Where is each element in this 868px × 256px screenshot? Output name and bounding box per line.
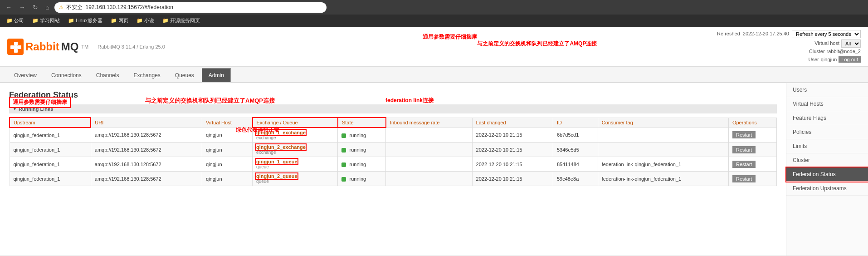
cell-consumer-tag: federation-link-qingjun_federation_1 [598,172,728,186]
bookmark-webpage[interactable]: 📁 网页 [108,16,131,25]
bookmark-label: 开源服务网页 [170,17,200,24]
table-row: qingjun_federation_1 amqp://192.168.130.… [10,157,777,172]
user-value: qingjun [821,56,837,64]
cell-state: running [338,172,386,186]
exchange-queue-name: qingjun_1_queue [256,159,297,164]
folder-icon: 📁 [68,18,74,24]
bookmark-label: 学习网站 [40,17,60,24]
state-text: running [350,147,366,153]
nav-exchanges[interactable]: Exchanges [127,68,167,82]
erlang-text: Erlang 25.0 [140,44,165,49]
nav-connections[interactable]: Connections [44,68,88,82]
bookmark-learning[interactable]: 📁 学习网站 [29,16,63,25]
table-wrapper: 通用参数需要仔细揣摩 与之前定义的交换机和队列已经建立了AMQP连接 绿色代表连… [9,117,777,186]
annotation-param-bubble: 通用参数需要仔细揣摩 [9,97,71,108]
status-dot-icon [341,133,346,138]
sidebar-item-virtual-hosts[interactable]: Virtual Hosts [786,97,868,111]
cell-uri: amqp://192.168.130.128:5672 [91,128,202,143]
restart-button[interactable]: Restart [732,146,756,153]
refreshed-label: Refreshed [717,30,740,38]
sidebar-item-cluster[interactable]: Cluster [786,153,868,167]
cell-vhost: qingjun [202,172,253,186]
sidebar-item-policies[interactable]: Policies [786,125,868,139]
sidebar-item-users[interactable]: Users [786,83,868,97]
nav-back-button[interactable]: ← [4,3,14,12]
nav-queues[interactable]: Queues [168,68,201,82]
cell-id: 85411484 [553,157,598,172]
folder-icon: 📁 [137,18,143,24]
vhost-area: Virtual host All [717,39,861,48]
running-links-section[interactable]: ▼ Running Links [9,104,777,113]
sidebar-item-federation-status[interactable]: Federation Status [786,167,868,182]
cell-operations: Restart [728,128,776,143]
exchange-queue-type: exchange [256,135,334,140]
status-dot-icon [341,162,346,167]
cell-exchange-queue: qingjun_2_exchange exchange [253,143,338,157]
restart-button[interactable]: Restart [732,175,756,182]
cell-uri: amqp://192.168.130.128:5672 [91,157,202,172]
cell-vhost: qingjun [202,143,253,157]
th-consumer-tag: Consumer tag [598,118,728,128]
logo-area: Rabbit MQ TM RabbitMQ 3.11.4 / Erlang 25… [7,39,165,55]
cell-upstream: qingjun_federation_1 [10,172,91,186]
cell-state: running [338,128,386,143]
nav-admin[interactable]: Admin [202,68,231,82]
th-last-changed: Last changed [472,118,553,128]
nav-reload-button[interactable]: ↻ [31,3,40,12]
svg-rect-5 [14,45,18,49]
cell-last-changed: 2022-12-20 10:21:15 [472,157,553,172]
user-area: User qingjun Log out [717,56,861,64]
restart-button[interactable]: Restart [732,161,756,168]
cluster-area: Cluster rabbit@node_2 [717,48,861,56]
sidebar-item-federation-upstreams[interactable]: Federation Upstreams [786,182,868,196]
logo-tm: TM [81,44,88,49]
user-label: User [809,56,819,64]
bookmark-label: 网页 [118,17,128,24]
cell-inbound [386,143,472,157]
cell-upstream: qingjun_federation_1 [10,143,91,157]
folder-icon: 📁 [111,18,117,24]
version-info: RabbitMQ 3.11.4 / Erlang 25.0 [98,44,165,49]
vhost-select[interactable]: All [841,39,861,48]
sidebar-item-limits[interactable]: Limits [786,139,868,153]
refreshed-time: 2022-12-20 17:25:40 [743,30,789,38]
table-row: qingjun_federation_1 amqp://192.168.130.… [10,143,777,157]
refresh-select[interactable]: Refresh every 5 seconds Every 10 seconds… [792,30,861,38]
cell-exchange-queue: qingjun_1_queue queue [253,157,338,172]
url-bar[interactable]: ⚠ 不安全 192.168.130.129:15672/#/federation [54,2,327,13]
bookmark-novel[interactable]: 📁 小说 [134,16,157,25]
nav-home-button[interactable]: ⌂ [44,3,51,12]
cell-operations: Restart [728,157,776,172]
logout-button[interactable]: Log out [839,56,861,63]
bookmark-opensource[interactable]: 📁 开源服务网页 [160,16,203,25]
cell-last-changed: 2022-12-20 10:21:15 [472,143,553,157]
restart-button[interactable]: Restart [732,131,756,138]
cell-last-changed: 2022-12-20 10:21:15 [472,128,553,143]
th-state: State [338,118,386,128]
logo-icon [7,39,24,55]
cell-id: 6b7d5cd1 [553,128,598,143]
bookmark-company[interactable]: 📁 公司 [4,16,27,25]
cluster-value: rabbit@node_2 [827,48,861,56]
version-text: RabbitMQ 3.11.4 [98,44,135,49]
cell-operations: Restart [728,172,776,186]
nav-overview[interactable]: Overview [7,68,44,82]
sidebar: Users Virtual Hosts Feature Flags Polici… [786,83,868,256]
svg-rect-4 [14,49,18,53]
vhost-label: Virtual host [814,39,839,48]
table-row: qingjun_federation_1 amqp://192.168.130.… [10,172,777,186]
cell-consumer-tag: federation-link-qingjun_federation_1 [598,157,728,172]
nav-channels[interactable]: Channels [89,68,126,82]
bookmark-linux[interactable]: 📁 Linux服务器 [65,16,105,25]
security-icon: ⚠ [59,5,63,10]
cell-id: 5346e5d5 [553,143,598,157]
nav-forward-button[interactable]: → [17,3,27,12]
sidebar-item-feature-flags[interactable]: Feature Flags [786,111,868,125]
folder-icon: 📁 [162,18,169,24]
th-operations: Operations [728,118,776,128]
app-header: Rabbit MQ TM RabbitMQ 3.11.4 / Erlang 25… [0,27,868,67]
th-inbound: Inbound message rate [386,118,472,128]
th-id: ID [553,118,598,128]
content-area: Federation Status ▼ Running Links 通用参数需要… [0,83,786,256]
cell-inbound [386,172,472,186]
